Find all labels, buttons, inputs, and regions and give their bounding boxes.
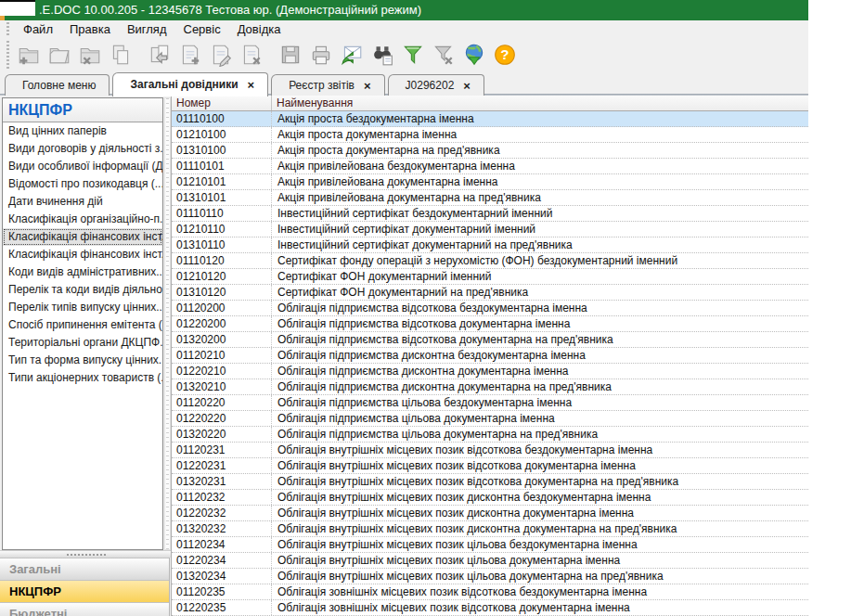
menu-item[interactable]: Правка [61,20,119,39]
column-header-number[interactable]: Номер [172,96,272,110]
tab-close-icon[interactable]: × [248,79,255,91]
sidebar-item[interactable]: Територіальні органи ДКЦПФ... [3,334,162,352]
tab[interactable]: Загальні довідники × [112,72,268,96]
sidebar-item[interactable]: Дати вчинення дій [3,193,162,211]
tab-bar: Головне меню Загальні довідники × Реєстр… [0,71,808,96]
add-record-icon[interactable] [176,41,204,69]
table-row[interactable]: 01320232 Облігація внутрішніх місцевих п… [172,521,808,537]
menu-item[interactable]: Файл [15,20,61,39]
table-row[interactable]: 01310120 Сертифікат ФОН документарний на… [172,285,808,301]
tab[interactable]: Головне меню [5,74,110,96]
delete-folder-icon[interactable] [76,41,104,69]
delete-record-icon[interactable] [238,41,265,69]
tab-close-icon[interactable]: × [463,80,471,92]
import-document-icon[interactable] [146,41,174,69]
menu-item[interactable]: Вигляд [119,20,175,39]
sidebar-item[interactable]: Типи акціонерних товариств (... [3,369,162,387]
sidebar-item[interactable]: Перелік та коди видів діяльно... [3,281,162,299]
menu-item[interactable]: Довідка [229,20,290,39]
sidebar-item[interactable]: Класифікація фінансових інст... [3,228,162,246]
cell-name: Акція привілейована бездокументарна імен… [272,159,808,173]
table-row[interactable]: 01220220 Облігація підприємства цільова … [172,411,808,427]
table-row[interactable]: 01110100 Акція проста бездокументарна ім… [172,111,808,127]
nav-pane-button[interactable]: Бюджетні [0,602,169,616]
table-row[interactable]: 01220200 Облігація підприємства відсотко… [172,316,808,332]
cell-name: Облігація підприємства цільова документа… [272,427,808,442]
table-row[interactable]: 01220235 Облігація зовнішніх місцевих по… [172,600,808,616]
send-mail-icon[interactable] [338,41,366,69]
table-row[interactable]: 01120235 Облігація зовнішніх місцевих по… [172,584,808,600]
cell-number: 01120234 [172,537,272,552]
sidebar-item[interactable]: Відомості про позикодавця (... [3,175,162,193]
cell-number: 01310100 [172,143,272,158]
table-row[interactable]: 01110120 Сертифікат фонду операцій з нер… [172,253,808,269]
sidebar-item-label: Перелік та коди видів діяльно... [8,283,162,296]
tab-close-icon[interactable]: × [364,80,371,92]
table-row[interactable]: 01220232 Облігація внутрішніх місцевих п… [172,506,808,521]
table-row[interactable]: 01320200 Облігація підприємства відсотко… [172,332,808,348]
sidebar-item[interactable]: Класифікація фінансових інст... [3,246,162,263]
table-row[interactable]: 01220210 Облігація підприємства дисконтн… [172,364,808,379]
sidebar-item[interactable]: Перелік типів випуску цінних... [3,299,162,316]
panes-splitter-handle[interactable] [0,550,172,558]
table-row[interactable]: 01210101 Акція привілейована документарн… [172,174,808,190]
tab[interactable]: Реєстр звітів × [271,74,384,96]
sidebar-item[interactable]: Види особливої інформації (Д... [3,158,162,175]
copy-icon[interactable] [107,41,135,69]
sidebar-item[interactable]: Коди видів адміністративних... [3,263,162,281]
table-row[interactable]: 01210120 Сертифікат ФОН документарний ім… [172,269,808,285]
window-title: .E.DOC 10.00.205 - 12345678 Тестова юр. … [39,3,421,17]
table-row[interactable]: 01320231 Облігація внутрішніх місцевих п… [172,474,808,490]
table-row[interactable]: 01320210 Облігація підприємства дисконтн… [172,379,808,395]
edit-record-icon[interactable] [207,41,235,69]
tab[interactable]: J0296202 × [388,74,484,96]
table-row[interactable]: 01310100 Акція проста документарна на пр… [172,143,808,159]
table-row[interactable]: 01310101 Акція привілейована документарн… [172,190,808,206]
nav-pane-button[interactable]: Загальні [0,558,169,580]
cell-name: Облігація внутрішніх місцевих позик ціль… [272,569,808,584]
column-header-name[interactable]: Найменування [272,96,808,110]
help-icon[interactable]: ? [491,41,519,69]
sidebar-item[interactable]: Класифікація організаційно-п... [3,211,162,228]
table-row[interactable]: 01120220 Облігація підприємства цільова … [172,395,808,411]
cell-name: Сертифікат ФОН документарний на пред'явн… [272,285,808,300]
sidebar-item[interactable]: Види договорів у діяльності з... [3,140,162,158]
sidebar-item[interactable]: Спосіб припинення емітента (... [3,316,162,334]
table-row[interactable]: 01320220 Облігація підприємства цільова … [172,427,808,443]
table-row[interactable]: 01310110 Інвестиційний сертифікат докуме… [172,237,808,253]
table-row[interactable]: 01210110 Інвестиційний сертифікат докуме… [172,222,808,237]
cell-number: 01220210 [172,364,272,379]
table-row[interactable]: 01120231 Облігація внутрішніх місцевих п… [172,443,808,458]
open-folder-icon[interactable] [45,41,73,69]
table-row[interactable]: 01320234 Облігація внутрішніх місцевих п… [172,569,808,584]
table-row[interactable]: 01110101 Акція привілейована бездокумент… [172,159,808,174]
app-window: .E.DOC 10.00.205 - 12345678 Тестова юр. … [0,0,808,616]
clear-filter-icon[interactable] [430,41,458,69]
filter-icon[interactable] [399,41,427,69]
cell-name: Облігація внутрішніх місцевих позик ціль… [272,553,808,568]
table-row[interactable]: 01120200 Облігація підприємства відсотко… [172,301,808,316]
table-row[interactable]: 01210100 Акція проста документарна іменн… [172,127,808,143]
toolbar-grip-handle[interactable] [6,41,9,69]
cell-name: Облігація зовнішніх місцевих позик відсо… [272,584,808,599]
table-row[interactable]: 01110110 Інвестиційний сертифікат бездок… [172,206,808,222]
table-row[interactable]: 01120210 Облігація підприємства дисконтн… [172,348,808,364]
save-icon[interactable] [277,41,304,69]
create-folder-icon[interactable] [15,41,43,69]
print-icon[interactable] [307,41,335,69]
update-icon[interactable] [460,41,488,69]
table-row[interactable]: 01120232 Облігація внутрішніх місцевих п… [172,490,808,506]
sidebar-scrollbar[interactable] [164,97,171,550]
cell-name: Облігація внутрішніх місцевих позик диск… [272,490,808,505]
menu-grip-handle[interactable] [6,22,9,37]
sidebar-item[interactable]: Вид цінних паперів [3,122,162,140]
sidebar-item[interactable]: Тип та форма випуску цінних... [3,352,162,369]
menu-item[interactable]: Сервіс [175,20,229,39]
table-row[interactable]: 01120234 Облігація внутрішніх місцевих п… [172,537,808,553]
nav-pane-button[interactable]: НКЦПФР [0,580,169,602]
search-icon[interactable] [368,41,396,69]
nav-pane-label: Загальні [9,562,61,576]
sidebar-item-label: Види договорів у діяльності з... [8,142,162,155]
table-row[interactable]: 01220231 Облігація внутрішніх місцевих п… [172,458,808,474]
table-row[interactable]: 01220234 Облігація внутрішніх місцевих п… [172,553,808,569]
